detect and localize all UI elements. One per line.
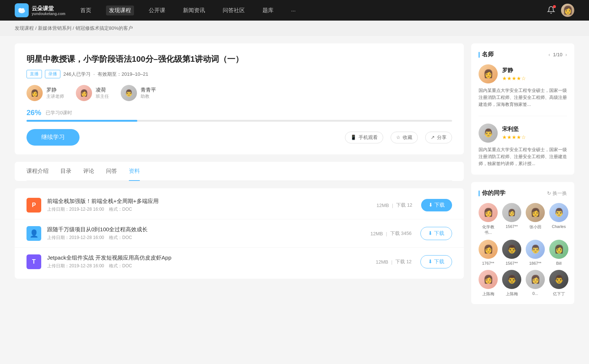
logo[interactable]: 云朵课堂 yundouketang.com (15, 3, 66, 17)
nav-item-qa[interactable]: 问答社区 (220, 6, 248, 15)
breadcrumb-item-2[interactable]: 新媒体营销系列 (38, 25, 71, 31)
course-card: 明星中教授课，小学阶段语法100分–强化级第1讲动词（一） 直播 录播 246人… (15, 43, 464, 154)
classmate-avatar-4[interactable]: 👩 (479, 240, 498, 259)
nav-item-discover[interactable]: 发现课程 (106, 6, 134, 15)
classmates-panel: 你的同学 ↻ 换一换 👩 化学教书... 👩 1567** 👩 张小田 (471, 182, 574, 304)
classmate-avatar-1[interactable]: 👩 (502, 203, 521, 222)
notification-dot (553, 5, 556, 8)
action-buttons: 📱 手机观看 ☆ 收藏 ↗ 分享 (345, 132, 452, 143)
collect-label: 收藏 (403, 134, 412, 141)
share-button[interactable]: ↗ 分享 (425, 132, 452, 143)
classmate-avatar-11[interactable]: 👨 (549, 270, 568, 289)
classmate-7: 👩 Bill (549, 240, 568, 265)
teacher-name-0: 罗静 (46, 87, 64, 93)
download-button-0[interactable]: ⬇ 下载 (421, 199, 452, 211)
tab-catalog[interactable]: 目录 (60, 162, 71, 181)
teachers-prev-btn[interactable]: ‹ (549, 52, 550, 57)
classmate-name-6: 1867** (529, 261, 541, 265)
teachers-panel-header: 名师 ‹ 1/10 › (479, 51, 567, 58)
resource-item: 👤 跟随千万级项目从0到100全过程高效成长 上传日期：2019-12-28 1… (15, 220, 464, 248)
resource-info-1: 跟随千万级项目从0到100全过程高效成长 上传日期：2019-12-28 16:… (47, 226, 370, 241)
logo-name: 云朵课堂 (32, 5, 66, 12)
course-tags: 直播 录播 246人已学习 · 有效期至：2019–10–21 (27, 70, 452, 78)
resource-info-0: 前端全栈加强版！前端全栈+全周期+多端应用 上传日期：2019-12-28 16… (47, 198, 377, 213)
tab-qa[interactable]: 问答 (106, 162, 117, 181)
teacher-stars-0: ★★★★☆ (502, 75, 526, 81)
tab-review[interactable]: 评论 (83, 162, 94, 181)
collect-button[interactable]: ☆ 收藏 (391, 132, 418, 143)
nav-item-news[interactable]: 新闻资讯 (180, 6, 208, 15)
navigation: 云朵课堂 yundouketang.com 首页 发现课程 公开课 新闻资讯 问… (0, 0, 589, 21)
classmates-grid: 👩 化学教书... 👩 1567** 👩 张小田 👨 Charles 👩 (479, 203, 567, 297)
resources-list: P 前端全栈加强版！前端全栈+全周期+多端应用 上传日期：2019-12-28 … (15, 188, 464, 279)
classmate-4: 👩 1767** (479, 240, 498, 265)
classmate-avatar-5[interactable]: 👨 (502, 240, 521, 259)
star-icon: ☆ (396, 135, 401, 140)
classmate-name-7: Bill (556, 261, 562, 265)
nav-item-public[interactable]: 公开课 (146, 6, 168, 15)
refresh-button[interactable]: ↻ 换一换 (547, 190, 567, 197)
mobile-watch-button[interactable]: 📱 手机观看 (345, 132, 383, 143)
classmate-name-10: 0... (532, 291, 538, 296)
teacher-name-1: 凌荷 (96, 87, 109, 93)
classmate-6: 👨 1867** (526, 240, 545, 265)
course-title: 明星中教授课，小学阶段语法100分–强化级第1讲动词（一） (27, 54, 452, 65)
resource-icon-2: T (27, 254, 41, 269)
resource-icon-1: 👤 (27, 226, 41, 241)
classmate-name-9: 上陈梅 (506, 291, 518, 297)
classmates-title: 你的同学 (479, 189, 505, 197)
nav-item-quiz[interactable]: 题库 (260, 6, 276, 15)
classmate-avatar-7[interactable]: 👩 (549, 240, 568, 259)
tabs: 课程介绍 目录 评论 问答 资料 (27, 162, 452, 181)
nav-item-more[interactable]: ··· (288, 6, 299, 15)
progress-fill (27, 120, 137, 122)
teacher-role-2: 助教 (141, 93, 156, 100)
notification-bell[interactable] (547, 6, 555, 15)
continue-button[interactable]: 继续学习 (27, 129, 80, 146)
teacher-card-avatar-1: 👨 (479, 124, 498, 143)
classmate-avatar-9[interactable]: 👨 (502, 270, 521, 289)
classmate-name-8: 上陈梅 (482, 291, 494, 297)
tab-intro[interactable]: 课程介绍 (27, 162, 49, 181)
teacher-avatar-2: 👨 (121, 85, 137, 101)
classmate-name-2: 张小田 (529, 224, 542, 230)
user-avatar[interactable]: 👩 (561, 4, 574, 17)
resource-stats-1: 12MB | 下载 3456 (370, 230, 412, 237)
mobile-label: 手机观看 (359, 134, 378, 141)
resource-downloads-1: 下载 3456 (390, 230, 412, 237)
resource-size-2: 12MB (376, 259, 388, 265)
logo-subtitle: yundouketang.com (32, 12, 66, 16)
teachers-next-btn[interactable]: › (565, 52, 567, 57)
classmate-1: 👩 1567** (502, 203, 521, 235)
progress-percent: 26% (27, 108, 41, 117)
download-button-2[interactable]: ⬇ 下载 (420, 255, 452, 268)
progress-bar (27, 120, 452, 122)
classmate-avatar-3[interactable]: 👨 (549, 203, 568, 222)
teacher-1: 👩 凌荷 班主任 (76, 85, 109, 101)
nav-right: 👩 (547, 4, 574, 17)
classmate-5: 👨 1567** (502, 240, 521, 265)
breadcrumb-item-3: 销冠修炼术搞定80%的客户 (75, 25, 133, 31)
resource-name-0: 前端全栈加强版！前端全栈+全周期+多端应用 (47, 198, 377, 205)
classmate-name-3: Charles (552, 224, 566, 229)
resource-name-1: 跟随千万级项目从0到100全过程高效成长 (47, 226, 370, 233)
nav-item-home[interactable]: 首页 (77, 6, 94, 15)
right-panel: 名师 ‹ 1/10 › 👩 罗静 ★★★★☆ 国 (471, 43, 574, 311)
resource-meta-1: 上传日期：2019-12-28 16:00 格式：DOC (47, 235, 370, 241)
classmate-avatar-6[interactable]: 👨 (526, 240, 545, 259)
classmate-avatar-10[interactable]: 👩 (526, 270, 545, 289)
main-content: 明星中教授课，小学阶段语法100分–强化级第1讲动词（一） 直播 录播 246人… (15, 43, 464, 311)
resource-size-0: 12MB (377, 203, 389, 208)
classmate-name-11: 亿下丁 (553, 291, 565, 297)
teacher-card-1: 👨 宋利坚 ★★★★☆ 国内某重点大学安全工程专业硕士，国家一级注册消防工程师、… (479, 124, 567, 168)
resource-icon-0: P (27, 198, 41, 213)
download-button-1[interactable]: ⬇ 下载 (420, 227, 452, 240)
classmate-avatar-0[interactable]: 👩 (479, 203, 498, 222)
classmate-avatar-8[interactable]: 👩 (479, 270, 498, 289)
teacher-role-0: 主讲老师 (46, 93, 64, 100)
breadcrumb-item-1[interactable]: 发现课程 (15, 25, 34, 31)
tab-resources[interactable]: 资料 (129, 162, 140, 181)
classmate-avatar-2[interactable]: 👩 (526, 203, 545, 222)
breadcrumb: 发现课程 / 新媒体营销系列 / 销冠修炼术搞定80%的客户 (0, 21, 589, 36)
teacher-card-name-1: 宋利坚 (502, 126, 526, 133)
